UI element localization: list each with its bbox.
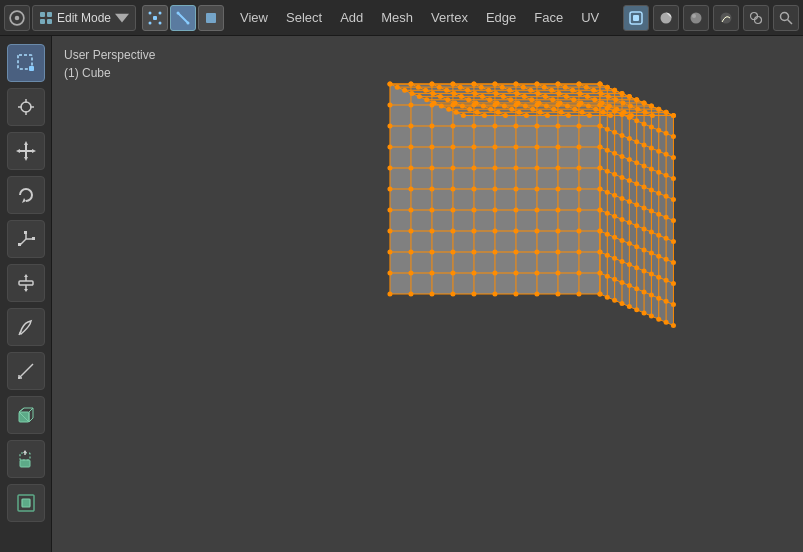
svg-rect-27 [29, 66, 34, 71]
svg-point-14 [187, 21, 190, 24]
viewport[interactable]: User Perspective (1) Cube [52, 36, 803, 552]
menu-face[interactable]: Face [526, 8, 571, 27]
tool-inset[interactable] [7, 484, 45, 522]
tool-scale[interactable] [7, 220, 45, 258]
svg-marker-36 [24, 157, 28, 161]
svg-rect-7 [153, 16, 157, 20]
svg-rect-44 [24, 231, 27, 234]
svg-point-11 [159, 21, 162, 24]
svg-point-13 [177, 11, 180, 14]
svg-marker-38 [32, 149, 36, 153]
shading-rendered-icon[interactable] [713, 5, 739, 31]
face-mode-btn[interactable] [198, 5, 224, 31]
svg-point-20 [692, 14, 696, 18]
svg-point-22 [751, 12, 758, 19]
svg-rect-45 [18, 243, 21, 246]
select-mode-icon[interactable] [623, 5, 649, 31]
menu-vertex[interactable]: Vertex [423, 8, 476, 27]
menu-view[interactable]: View [232, 8, 276, 27]
svg-line-57 [19, 408, 24, 412]
svg-point-28 [21, 102, 31, 112]
svg-rect-4 [40, 19, 45, 24]
svg-line-12 [178, 13, 188, 23]
overlays-icon[interactable] [743, 5, 769, 31]
shading-material-icon[interactable] [683, 5, 709, 31]
menu-mesh[interactable]: Mesh [373, 8, 421, 27]
tool-cursor[interactable] [7, 88, 45, 126]
svg-rect-65 [22, 499, 30, 507]
right-icons [623, 5, 799, 31]
tool-rotate[interactable] [7, 176, 45, 214]
mode-label: Edit Mode [57, 11, 111, 25]
shading-solid-icon[interactable] [653, 5, 679, 31]
svg-point-1 [15, 15, 20, 20]
svg-marker-37 [16, 149, 20, 153]
svg-point-24 [781, 12, 789, 20]
svg-rect-5 [47, 19, 52, 24]
svg-point-9 [159, 11, 162, 14]
mode-selector[interactable]: Edit Mode [32, 5, 136, 31]
svg-rect-60 [20, 460, 30, 467]
menu-select[interactable]: Select [278, 8, 330, 27]
tool-select[interactable] [7, 44, 45, 82]
vertex-mode-btn[interactable] [142, 5, 168, 31]
blender-logo[interactable] [4, 5, 30, 31]
svg-point-23 [755, 16, 762, 23]
3d-viewport-canvas[interactable] [52, 36, 803, 552]
svg-marker-63 [23, 450, 27, 453]
mesh-mode-buttons [142, 5, 224, 31]
tool-add-object[interactable] [7, 396, 45, 434]
svg-point-10 [149, 21, 152, 24]
svg-line-25 [788, 19, 793, 24]
svg-rect-2 [40, 12, 45, 17]
sidebar [0, 36, 52, 552]
svg-marker-39 [22, 198, 26, 203]
menu-add[interactable]: Add [332, 8, 371, 27]
tool-annotate[interactable] [7, 308, 45, 346]
tool-measure[interactable] [7, 352, 45, 390]
search-icon[interactable] [773, 5, 799, 31]
menu-edge[interactable]: Edge [478, 8, 524, 27]
tool-transform[interactable] [7, 264, 45, 302]
svg-marker-50 [24, 289, 28, 292]
svg-rect-15 [206, 13, 216, 23]
svg-point-19 [691, 12, 702, 23]
svg-marker-6 [115, 13, 129, 22]
svg-line-52 [19, 364, 33, 378]
topbar: Edit Mode View Select Add Mesh Vertex Ed… [0, 0, 803, 36]
svg-point-8 [149, 11, 152, 14]
svg-line-59 [29, 408, 33, 412]
svg-rect-17 [633, 15, 639, 21]
svg-marker-49 [24, 274, 28, 277]
menu-uv[interactable]: UV [573, 8, 607, 27]
tool-extrude[interactable] [7, 440, 45, 478]
edge-mode-btn[interactable] [170, 5, 196, 31]
svg-marker-35 [24, 141, 28, 145]
tool-move[interactable] [7, 132, 45, 170]
svg-rect-43 [32, 237, 35, 240]
main-area: User Perspective (1) Cube [0, 36, 803, 552]
svg-rect-3 [47, 12, 52, 17]
svg-rect-46 [19, 281, 33, 285]
